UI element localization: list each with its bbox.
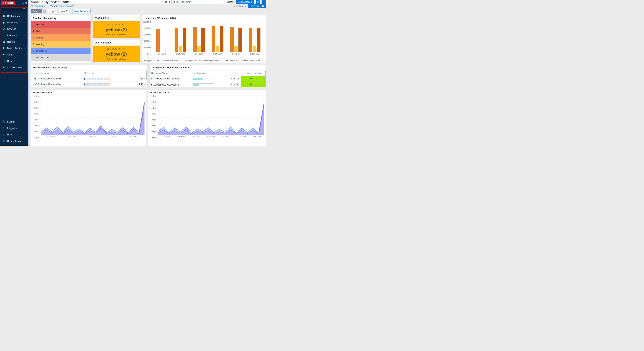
ping-status[interactable]: Up (1) <box>241 82 266 87</box>
nav-icon: ⭳ <box>2 47 5 50</box>
bar[interactable] <box>220 26 224 52</box>
bar[interactable] <box>257 28 260 52</box>
severity-label: Not classified <box>36 56 49 59</box>
ping-status[interactable]: Up (1) <box>241 76 266 82</box>
col-hypervisor-name[interactable]: Hypervisor Name <box>150 70 191 76</box>
hypervisor-link[interactable]: esx7-02-host.zabbix.sandbox <box>151 83 179 86</box>
hypervisor-link[interactable]: esx7-03-host.zabbix.sandbox <box>151 78 179 80</box>
edit-dashboard-button[interactable]: Edit dashboard <box>236 0 254 4</box>
severity-row-not-classified[interactable]: 0Not classified <box>31 54 90 61</box>
bar[interactable] <box>179 46 182 52</box>
sidebar-item-support[interactable]: 🎧Support <box>0 118 28 125</box>
sidebar-search[interactable]: 🔍 <box>2 6 27 11</box>
bar[interactable] <box>249 28 252 52</box>
sidebar-item-help[interactable]: ?Help <box>0 131 28 138</box>
x-tick: 2-14 17:05 <box>206 136 215 138</box>
x-tick: 2-14 17:07 <box>213 53 222 55</box>
page-tab-1[interactable]: Page 1 <box>31 9 42 14</box>
sidebar-item-monitoring[interactable]: ◉Monitoring⌄ <box>0 19 28 26</box>
nav-label: Help <box>7 133 27 136</box>
y-tick: 0 Hz <box>147 53 151 55</box>
bar[interactable] <box>197 46 201 52</box>
sidebar-item-users[interactable]: ⚇Users⌄ <box>0 58 28 64</box>
nav-label: Alerts <box>7 53 25 56</box>
col-hypervisor-ping[interactable]: Hypervisor Ping <box>241 70 266 76</box>
popout-icon[interactable]: ⧉ <box>26 2 27 4</box>
breadcrumb-root[interactable]: All dashboards <box>31 5 45 7</box>
legend-item[interactable]: avg(esx7-03-host.zabbix.sandbox: VMw… <box>226 60 264 62</box>
col-used-memory[interactable]: Used Memory <box>191 70 224 76</box>
bar[interactable] <box>156 29 160 52</box>
page-tab-more-icon[interactable]: ⋯ <box>43 10 46 13</box>
sidebar-item-inventory[interactable]: ≡Inventory⌄ <box>0 32 28 38</box>
bar[interactable] <box>193 27 197 52</box>
nav-label: Monitoring <box>7 21 25 24</box>
col-cpu-usage[interactable]: CPU usage <box>82 70 131 76</box>
hypervisor-link[interactable]: esx7-02-host.zabbix.sandbox <box>33 83 61 86</box>
chevron-down-icon: ⌄ <box>25 28 27 30</box>
bar[interactable] <box>234 46 238 52</box>
menu-icon[interactable]: ≡ <box>256 0 260 4</box>
sidebar-item-reports[interactable]: ▤Reports⌄ <box>0 38 28 45</box>
col-hypervisor-name[interactable]: Hypervisor Name <box>31 70 82 76</box>
severity-row-information[interactable]: 0Information <box>31 48 90 54</box>
sidebar-item-services[interactable]: ⚙Services⌄ <box>0 26 28 32</box>
time-next-icon[interactable]: › <box>245 5 246 8</box>
severity-row-high[interactable]: 1High <box>31 28 90 34</box>
sidebar-item-data-collection[interactable]: ⭳Data collection⌄ <box>0 45 28 51</box>
sidebar-item-alerts[interactable]: ✉Alerts⌄ <box>0 51 28 58</box>
page-tab-3[interactable]: page3 <box>59 9 69 14</box>
status-card[interactable]: 2023-02-14 17:31:59 yellow (2) VMware: O… <box>93 46 140 62</box>
nav-label: Data collection <box>7 47 25 50</box>
zoom-out-button[interactable]: Zoom out <box>234 5 244 7</box>
y-tick: 800 MHz <box>144 27 151 29</box>
sidebar-item-administration[interactable]: ⚙Administration⌄ <box>0 64 28 71</box>
chevron-down-icon: ⌄ <box>25 22 27 23</box>
nav-icon: ✉ <box>2 53 5 56</box>
collapse-icon[interactable]: « <box>23 2 24 4</box>
legend-item[interactable]: avg(esx7-01-host.zabbix.sandbox: VMw… <box>144 60 182 62</box>
severity-row-disaster[interactable]: 0Disaster <box>31 21 90 28</box>
sidebar-item-integrations[interactable]: ZIntegrations <box>0 125 28 131</box>
scrollbar-thumb[interactable] <box>264 70 266 80</box>
x-tick: 2-14 17:16 <box>232 53 240 55</box>
bar[interactable] <box>238 28 242 52</box>
y-tick: 400 MHz <box>144 40 151 42</box>
severity-row-warning[interactable]: 0Warning <box>31 41 90 48</box>
widget-esx7-03-status: ESX7-03 Status 2023-02-14 17:32:07 yello… <box>92 15 140 38</box>
chart-line <box>158 102 264 134</box>
widget-top-mem: Top Hypervisors by Used memory Hyperviso… <box>149 64 266 88</box>
legend-item[interactable]: avg(esx7-02-host.zabbix.sandbox: VMw… <box>185 60 223 62</box>
time-prev-icon[interactable]: ‹ <box>232 5 232 8</box>
scrollbar-thumb[interactable] <box>146 70 148 80</box>
severity-row-average[interactable]: 3Average <box>31 34 90 41</box>
host-search-input[interactable] <box>172 0 223 4</box>
sidebar-item-dashboards[interactable]: ▦Dashboards <box>0 13 28 19</box>
hypervisor-link[interactable]: esx7-03-host.zabbix.sandbox <box>33 78 61 80</box>
status-card[interactable]: 2023-02-14 17:32:07 yellow (2) VMware: O… <box>93 21 140 38</box>
x-tick: 2-14 16:40 <box>158 53 166 55</box>
time-range-button[interactable]: Last 1 hour🕐 <box>248 4 266 8</box>
bar[interactable] <box>174 28 178 52</box>
nav-icon: ▦ <box>2 14 5 17</box>
fullscreen-icon[interactable]: ⛶ <box>262 0 266 4</box>
bar[interactable] <box>253 46 256 52</box>
page-tab-2[interactable]: page2 <box>48 9 58 14</box>
sidebar-item-user-settings[interactable]: 👤User settings⌄ <box>0 138 28 144</box>
widget-title: Top Hypervisors by Used memory <box>150 65 266 70</box>
y-tick: 0 Bps <box>152 136 156 138</box>
bar[interactable] <box>202 28 205 52</box>
select-button[interactable]: Select <box>225 0 234 4</box>
brand-logo[interactable]: ZABBIX <box>2 1 16 5</box>
help-icon[interactable]: ? <box>162 0 164 4</box>
chevron-down-icon: ⌄ <box>25 54 27 56</box>
stop-slideshow-button[interactable]: Stop slideshow <box>72 9 91 14</box>
bar[interactable] <box>212 26 215 52</box>
bar[interactable] <box>216 46 219 52</box>
breadcrumb-current[interactable]: VMware Hypervisor state <box>49 4 76 8</box>
bar[interactable] <box>230 27 234 52</box>
widget-problems-severity: Problems by severity 0Disaster1High3Aver… <box>31 15 91 63</box>
table-row: esx7-03-host.zabbix.sandbox 4.23 % <box>31 76 148 82</box>
nav-label: Users <box>7 60 25 62</box>
bar[interactable] <box>183 28 186 52</box>
